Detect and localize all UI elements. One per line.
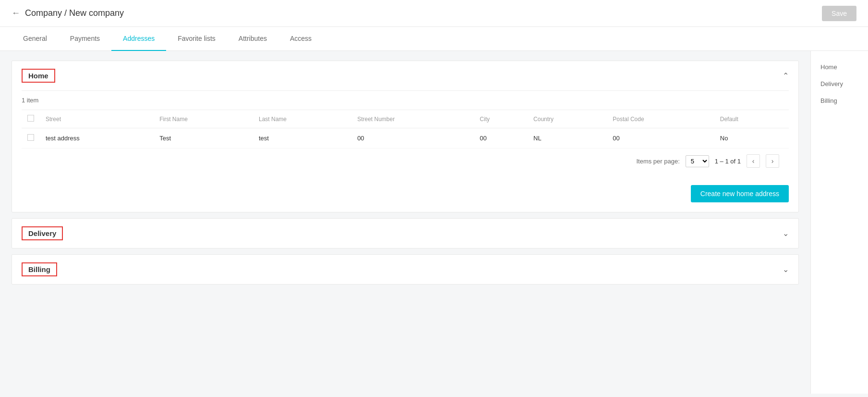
tab-general[interactable]: General bbox=[12, 27, 59, 51]
save-button[interactable]: Save bbox=[822, 6, 856, 21]
row-checkbox[interactable] bbox=[27, 134, 34, 141]
col-street: Street bbox=[40, 110, 154, 128]
home-section-title: Home bbox=[22, 69, 55, 83]
tab-favorite-lists[interactable]: Favorite lists bbox=[166, 27, 227, 51]
pagination: Items per page: 5 10 25 1 – 1 of 1 ‹ › bbox=[22, 149, 789, 174]
billing-section-header[interactable]: Billing ⌄ bbox=[12, 255, 798, 284]
cell-street: test address bbox=[40, 128, 154, 149]
cell-city: 00 bbox=[474, 128, 528, 149]
cell-postal-code: 00 bbox=[607, 128, 714, 149]
col-first-name: First Name bbox=[154, 110, 253, 128]
right-nav: Home Delivery Billing bbox=[810, 51, 868, 394]
right-nav-delivery[interactable]: Delivery bbox=[811, 75, 868, 92]
tab-addresses[interactable]: Addresses bbox=[111, 27, 166, 51]
delivery-section-title: Delivery bbox=[22, 226, 63, 240]
select-all-checkbox[interactable] bbox=[27, 115, 34, 122]
home-table: Street First Name Last Name Street Numbe… bbox=[22, 110, 789, 149]
prev-page-button[interactable]: ‹ bbox=[747, 154, 760, 168]
cell-first-name: Test bbox=[154, 128, 253, 149]
items-per-page-label: Items per page: bbox=[636, 158, 679, 165]
breadcrumb: Company / New company bbox=[25, 8, 124, 18]
create-btn-area: Create new home address bbox=[12, 181, 798, 212]
page-info: 1 – 1 of 1 bbox=[715, 158, 741, 165]
cell-country: NL bbox=[528, 128, 607, 149]
col-default: Default bbox=[714, 110, 789, 128]
delivery-section-header[interactable]: Delivery ⌄ bbox=[12, 219, 798, 248]
home-chevron-icon: ⌃ bbox=[783, 71, 789, 80]
per-page-select[interactable]: 5 10 25 bbox=[686, 155, 709, 167]
billing-chevron-icon: ⌄ bbox=[783, 265, 789, 274]
col-city: City bbox=[474, 110, 528, 128]
col-last-name: Last Name bbox=[253, 110, 351, 128]
tab-bar: General Payments Addresses Favorite list… bbox=[0, 27, 868, 51]
back-button[interactable]: ← bbox=[12, 8, 20, 18]
delivery-section: Delivery ⌄ bbox=[12, 218, 799, 248]
cell-default: No bbox=[714, 128, 789, 149]
delivery-chevron-icon: ⌄ bbox=[783, 229, 789, 238]
cell-last-name: test bbox=[253, 128, 351, 149]
home-item-count: 1 item bbox=[22, 90, 789, 110]
table-row: test address Test test 00 00 NL 00 No bbox=[22, 128, 789, 149]
tab-access[interactable]: Access bbox=[278, 27, 323, 51]
home-table-wrapper: 1 item Street First Name Last Name Stree… bbox=[12, 90, 798, 181]
tab-attributes[interactable]: Attributes bbox=[227, 27, 278, 51]
col-street-number: Street Number bbox=[351, 110, 474, 128]
home-section-header[interactable]: Home ⌃ bbox=[12, 61, 798, 90]
tab-payments[interactable]: Payments bbox=[59, 27, 111, 51]
cell-street-number: 00 bbox=[351, 128, 474, 149]
home-section: Home ⌃ 1 item Street First Name Last Nam… bbox=[12, 61, 799, 212]
billing-section-title: Billing bbox=[22, 262, 57, 276]
main-content: Home ⌃ 1 item Street First Name Last Nam… bbox=[0, 51, 810, 394]
right-nav-billing[interactable]: Billing bbox=[811, 92, 868, 109]
col-country: Country bbox=[528, 110, 607, 128]
next-page-button[interactable]: › bbox=[766, 154, 779, 168]
col-postal-code: Postal Code bbox=[607, 110, 714, 128]
create-home-address-button[interactable]: Create new home address bbox=[691, 185, 789, 202]
billing-section: Billing ⌄ bbox=[12, 254, 799, 285]
right-nav-home[interactable]: Home bbox=[811, 59, 868, 75]
